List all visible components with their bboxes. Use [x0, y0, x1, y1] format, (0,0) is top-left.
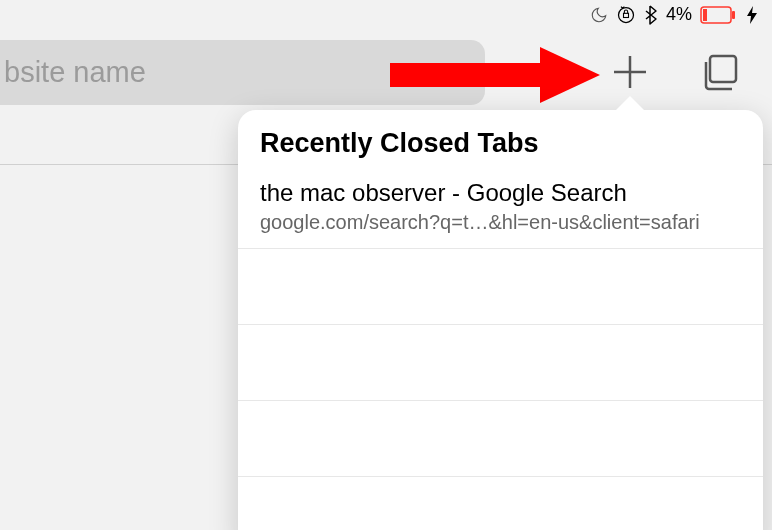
- popover-empty-row: [238, 324, 763, 400]
- recently-closed-item-title: the mac observer - Google Search: [260, 179, 741, 207]
- rotation-lock-icon: [616, 5, 636, 25]
- moon-icon: [590, 6, 608, 24]
- status-bar: 4%: [590, 4, 758, 25]
- tabs-button[interactable]: [695, 50, 745, 94]
- popover-empty-row: [238, 476, 763, 530]
- recently-closed-popover: Recently Closed Tabs the mac observer - …: [238, 110, 763, 530]
- plus-icon: [610, 52, 650, 92]
- battery-icon: [700, 6, 738, 24]
- popover-empty-row: [238, 248, 763, 324]
- popover-caret: [616, 96, 644, 110]
- svg-marker-9: [540, 47, 600, 103]
- battery-percentage: 4%: [666, 4, 692, 25]
- svg-rect-3: [703, 9, 707, 21]
- new-tab-button[interactable]: [608, 50, 652, 94]
- svg-marker-10: [616, 96, 644, 110]
- charging-icon: [746, 6, 758, 24]
- popover-title: Recently Closed Tabs: [238, 110, 763, 171]
- popover-empty-row: [238, 400, 763, 476]
- address-placeholder: bsite name: [4, 56, 146, 89]
- tabs-icon: [698, 50, 742, 94]
- bluetooth-icon: [644, 5, 658, 25]
- address-bar[interactable]: bsite name: [0, 40, 485, 105]
- recently-closed-item-url: google.com/search?q=t…&hl=en-us&client=s…: [260, 211, 741, 234]
- svg-rect-7: [710, 56, 736, 82]
- recently-closed-item[interactable]: the mac observer - Google Search google.…: [238, 171, 763, 248]
- svg-rect-4: [732, 11, 735, 19]
- svg-rect-1: [623, 13, 628, 17]
